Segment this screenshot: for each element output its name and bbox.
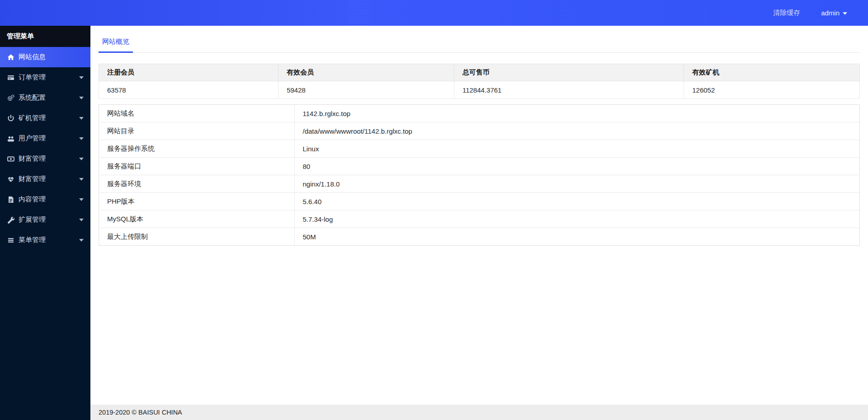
credit-card-icon — [7, 74, 14, 81]
info-label: 最大上传限制 — [99, 228, 295, 246]
wrench-icon — [7, 216, 14, 224]
sidebar-item-extension-management[interactable]: 扩展管理 — [0, 210, 90, 230]
user-menu-button[interactable]: admin — [821, 9, 847, 17]
info-value: 5.6.40 — [294, 193, 859, 210]
sidebar-item-label: 订单管理 — [19, 73, 46, 82]
stats-header-total-sellable-coins: 总可售币 — [454, 64, 684, 81]
info-value: 50M — [294, 228, 859, 246]
chevron-down-icon — [79, 219, 84, 221]
sidebar-item-wealth-management-2[interactable]: 财富管理 — [0, 169, 90, 189]
topbar: 清除缓存 admin — [0, 0, 868, 26]
info-value: 1142.b.rglxc.top — [294, 105, 859, 122]
stats-header-row: 注册会员 有效会员 总可售币 有效矿机 — [99, 64, 860, 81]
stats-value-valid-miners: 126052 — [684, 81, 860, 99]
table-row: 服务器操作系统 Linux — [99, 140, 860, 158]
info-label: 网站目录 — [99, 122, 295, 140]
footer: 2019-2020 © BAISUI CHINA — [90, 405, 868, 420]
table-row: 服务器端口 80 — [99, 158, 860, 175]
users-icon — [7, 135, 14, 142]
info-value: Linux — [294, 140, 859, 158]
copyright-text: 2019-2020 © BAISUI CHINA — [99, 409, 182, 416]
sidebar-item-system-config[interactable]: 系统配置 — [0, 88, 90, 108]
sidebar-item-label: 菜单管理 — [19, 236, 46, 244]
sidebar-item-label: 财富管理 — [19, 154, 46, 163]
table-row: 网站目录 /data/www/wwwroot/1142.b.rglxc.top — [99, 122, 860, 140]
sidebar-item-content-management[interactable]: 内容管理 — [0, 189, 90, 210]
sidebar-item-user-management[interactable]: 用户管理 — [0, 128, 90, 149]
info-label: 服务器操作系统 — [99, 140, 295, 158]
stats-value-total-sellable-coins: 112844.3761 — [454, 81, 684, 99]
tab-site-overview[interactable]: 网站概览 — [99, 35, 133, 53]
chevron-down-icon — [79, 76, 84, 79]
table-row: 最大上传限制 50M — [99, 228, 860, 246]
info-label: 网站域名 — [99, 105, 295, 122]
chevron-down-icon — [79, 97, 84, 99]
gears-icon — [7, 94, 14, 102]
clear-cache-button[interactable]: 清除缓存 — [773, 9, 800, 17]
sidebar-item-wealth-management-1[interactable]: 财富管理 — [0, 149, 90, 169]
info-value: 5.7.34-log — [294, 210, 859, 228]
user-menu-label: admin — [821, 9, 840, 17]
file-text-icon — [7, 196, 14, 203]
stats-value-valid-members: 59428 — [278, 81, 454, 99]
info-value: 80 — [294, 158, 859, 175]
power-icon — [7, 114, 14, 122]
sidebar-item-orders[interactable]: 订单管理 — [0, 67, 90, 88]
info-value: /data/www/wwwroot/1142.b.rglxc.top — [294, 122, 859, 140]
sidebar-item-site-info[interactable]: 网站信息 — [0, 47, 90, 67]
chevron-down-icon — [79, 178, 84, 181]
stats-value-row: 63578 59428 112844.3761 126052 — [99, 81, 860, 99]
chevron-down-icon — [843, 12, 847, 15]
sidebar-item-label: 用户管理 — [19, 134, 46, 143]
chevron-down-icon — [79, 117, 84, 120]
main-content: 网站概览 注册会员 有效会员 总可售币 有效矿机 63578 59428 112… — [90, 26, 868, 420]
sidebar-item-label: 内容管理 — [19, 195, 46, 204]
heartbeat-icon — [7, 175, 14, 183]
table-row: 网站域名 1142.b.rglxc.top — [99, 105, 860, 122]
stats-header-registered-members: 注册会员 — [99, 64, 278, 81]
chevron-down-icon — [79, 198, 84, 201]
tab-bar: 网站概览 — [99, 35, 860, 53]
sidebar-item-label: 矿机管理 — [19, 114, 46, 122]
sidebar-item-miner-management[interactable]: 矿机管理 — [0, 108, 90, 128]
chevron-down-icon — [79, 239, 84, 242]
stats-header-valid-members: 有效会员 — [278, 64, 454, 81]
stats-header-valid-miners: 有效矿机 — [684, 64, 860, 81]
money-icon — [7, 155, 14, 163]
list-icon — [7, 236, 14, 244]
info-label: 服务器端口 — [99, 158, 295, 175]
table-row: 服务器环境 nginx/1.18.0 — [99, 175, 860, 193]
sidebar-item-label: 扩展管理 — [19, 215, 46, 224]
table-row: MySQL版本 5.7.34-log — [99, 210, 860, 228]
stats-value-registered-members: 63578 — [99, 81, 278, 99]
info-label: MySQL版本 — [99, 210, 295, 228]
topbar-decorative-pattern — [348, 0, 369, 26]
sidebar-item-menu-management[interactable]: 菜单管理 — [0, 230, 90, 250]
home-icon — [7, 53, 14, 61]
table-row: PHP版本 5.6.40 — [99, 193, 860, 210]
chevron-down-icon — [79, 137, 84, 140]
sidebar-header: 管理菜单 — [0, 26, 90, 47]
info-label: PHP版本 — [99, 193, 295, 210]
sidebar: 管理菜单 网站信息 订单管理 — [0, 26, 90, 420]
sidebar-item-label: 财富管理 — [19, 175, 46, 183]
server-info-table: 网站域名 1142.b.rglxc.top 网站目录 /data/www/www… — [99, 104, 860, 246]
info-value: nginx/1.18.0 — [294, 175, 859, 193]
info-label: 服务器环境 — [99, 175, 295, 193]
sidebar-item-label: 系统配置 — [19, 93, 46, 102]
chevron-down-icon — [79, 158, 84, 160]
stats-table: 注册会员 有效会员 总可售币 有效矿机 63578 59428 112844.3… — [99, 64, 860, 99]
sidebar-item-label: 网站信息 — [19, 53, 46, 61]
